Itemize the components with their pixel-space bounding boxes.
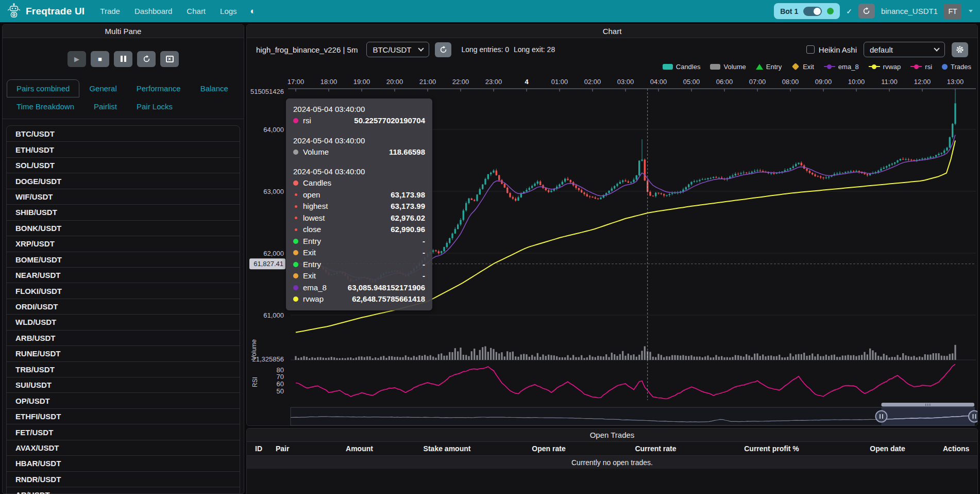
legend-item-entry[interactable]: Entry	[756, 63, 782, 71]
pair-row-op[interactable]: OP/USDT	[7, 392, 240, 408]
legend-marker	[663, 64, 673, 70]
legend-item-trades[interactable]: Trades	[942, 63, 971, 71]
svg-text:19:00: 19:00	[353, 78, 370, 86]
pair-row-fet[interactable]: FET/USDT	[7, 424, 240, 439]
user-avatar[interactable]: FT	[944, 4, 961, 19]
column-header-id[interactable]: ID	[255, 444, 276, 453]
tab-performance[interactable]: Performance	[127, 79, 191, 97]
pair-select[interactable]: BTC/USDT	[366, 42, 429, 57]
pair-row-rune[interactable]: RUNE/USDT	[7, 345, 240, 361]
tooltip-date: 2024-05-04 03:40:00	[293, 166, 425, 177]
svg-text:22:00: 22:00	[452, 78, 469, 86]
nav-links: TradeDashboardChartLogs	[100, 7, 236, 15]
pair-row-ordi[interactable]: ORDI/USDT	[7, 299, 240, 314]
svg-text:07:00: 07:00	[749, 78, 766, 86]
legend-item-exit[interactable]: Exit	[791, 63, 814, 71]
svg-text:515051426: 515051426	[250, 88, 284, 95]
column-header-current-profit--[interactable]: Current profit %	[711, 444, 832, 453]
pair-row-avax[interactable]: AVAX/USDT	[7, 440, 240, 455]
pair-row-sui[interactable]: SUI/USDT	[7, 377, 240, 392]
tab-pairs-combined[interactable]: Pairs combined	[7, 79, 79, 97]
svg-text:06:00: 06:00	[716, 78, 733, 86]
pair-row-bonk[interactable]: BONK/USDT	[7, 220, 240, 236]
tab-time-breakdown[interactable]: Time Breakdown	[7, 97, 84, 116]
plot-config-select[interactable]: default	[864, 42, 945, 57]
pair-row-trb[interactable]: TRB/USDT	[7, 361, 240, 377]
play-button[interactable]: ▶	[67, 51, 86, 67]
svg-text:20:00: 20:00	[386, 78, 403, 86]
nav-link-trade[interactable]: Trade	[100, 7, 120, 15]
tab-balance[interactable]: Balance	[191, 79, 238, 97]
pair-row-rndr[interactable]: RNDR/USDT	[7, 471, 240, 487]
brand[interactable]: Freqtrade UI	[7, 3, 85, 20]
pause-button[interactable]	[114, 51, 132, 67]
legend-item-rvwap[interactable]: rvwap	[869, 63, 901, 71]
svg-text:01:00: 01:00	[551, 78, 568, 86]
column-header-pair[interactable]: Pair	[276, 444, 322, 453]
svg-text:03:00: 03:00	[617, 78, 634, 86]
column-header-current-rate[interactable]: Current rate	[600, 444, 711, 453]
legend-item-candles[interactable]: Candles	[663, 63, 701, 71]
pair-row-ethfi[interactable]: ETHFI/USDT	[7, 408, 240, 424]
theme-toggle-icon[interactable]: ◐	[250, 6, 256, 17]
tab-pairlist[interactable]: Pairlist	[84, 97, 127, 116]
svg-text:10:00: 10:00	[848, 78, 865, 86]
nav-link-dashboard[interactable]: Dashboard	[134, 7, 172, 15]
pair-row-wif[interactable]: WIF/USDT	[7, 189, 240, 204]
column-header-amount[interactable]: Amount	[322, 444, 397, 453]
series-dot-icon	[293, 118, 298, 123]
refresh-icon	[143, 55, 150, 63]
pair-row-near[interactable]: NEAR/USDT	[7, 267, 240, 283]
pair-row-doge[interactable]: DOGE/USDT	[7, 173, 240, 188]
legend-item-volume[interactable]: Volume	[710, 63, 746, 71]
bot-selector[interactable]: Bot 1	[774, 3, 840, 19]
tooltip-row: Exit -	[293, 247, 425, 259]
column-header-actions[interactable]: Actions	[943, 444, 969, 453]
navbar-right: Bot 1 ✓ binance_USDT1 FT	[774, 3, 973, 19]
svg-text:12:00: 12:00	[914, 78, 931, 86]
column-header-stake-amount[interactable]: Stake amount	[397, 444, 497, 453]
datazoom-right-handle[interactable]	[969, 411, 977, 422]
pair-row-hbar[interactable]: HBAR/USDT	[7, 455, 240, 471]
pair-row-eth[interactable]: ETH/USDT	[7, 141, 240, 157]
tab-general[interactable]: General	[79, 79, 126, 97]
strategy-timeframe-label: high_frog_binance_v226 | 5m	[256, 45, 358, 54]
pair-row-floki[interactable]: FLOKI/USDT	[7, 283, 240, 298]
series-dot-icon	[293, 285, 298, 290]
svg-text:05:00: 05:00	[683, 78, 700, 86]
close-trade-button[interactable]: ×	[160, 51, 179, 67]
column-header-open-rate[interactable]: Open rate	[497, 444, 600, 453]
svg-text:04:00: 04:00	[650, 78, 667, 86]
tooltip-row: Entry -	[293, 236, 425, 248]
heikin-ashi-checkbox[interactable]	[806, 45, 815, 54]
column-header-open-date[interactable]: Open date	[832, 444, 943, 453]
reload-config-button[interactable]	[137, 51, 156, 67]
pair-row-bome[interactable]: BOME/USDT	[7, 252, 240, 267]
reload-bot-button[interactable]	[858, 4, 875, 19]
pair-row-btc[interactable]: BTC/USDT	[7, 126, 240, 141]
bot-toggle[interactable]	[803, 7, 822, 16]
svg-text:09:00: 09:00	[815, 78, 832, 86]
pair-row-wld[interactable]: WLD/USDT	[7, 314, 240, 330]
app-title: Freqtrade UI	[26, 6, 85, 17]
tooltip-row: close 62,990.96	[293, 224, 425, 236]
pair-row-xrp[interactable]: XRP/USDT	[7, 236, 240, 251]
plot-settings-button[interactable]	[952, 42, 968, 57]
datazoom-left-handle[interactable]	[876, 411, 887, 422]
chart-panel: Chart high_frog_binance_v226 | 5m BTC/US…	[246, 24, 978, 426]
legend-item-ema_8[interactable]: ema_8	[824, 63, 859, 71]
pair-row-ar[interactable]: AR/USDT	[7, 487, 240, 494]
nav-link-chart[interactable]: Chart	[187, 7, 206, 15]
nav-link-logs[interactable]: Logs	[220, 7, 237, 15]
legend-item-rsi[interactable]: rsi	[910, 63, 932, 71]
pair-row-shib[interactable]: SHIB/USDT	[7, 204, 240, 220]
open-trades-empty-message: Currently no open trades.	[247, 456, 977, 469]
svg-text:61,000: 61,000	[263, 311, 284, 319]
stop-button[interactable]: ■	[91, 51, 109, 67]
chart-toolbar: high_frog_binance_v226 | 5m BTC/USDT Lon…	[247, 38, 977, 61]
refresh-chart-button[interactable]	[435, 42, 451, 57]
pair-row-arb[interactable]: ARB/USDT	[7, 330, 240, 345]
tab-pair-locks[interactable]: Pair Locks	[127, 97, 182, 116]
pair-row-sol[interactable]: SOL/USDT	[7, 157, 240, 173]
series-dot-icon	[295, 217, 297, 219]
